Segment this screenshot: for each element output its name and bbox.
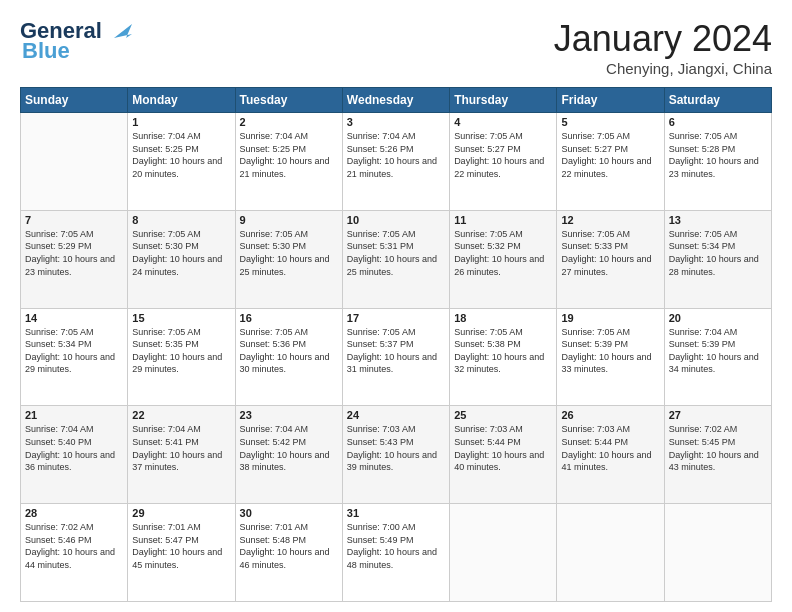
day-info: Sunrise: 7:05 AMSunset: 5:38 PMDaylight:…: [454, 326, 552, 376]
table-row: 1Sunrise: 7:04 AMSunset: 5:25 PMDaylight…: [128, 113, 235, 211]
day-number: 20: [669, 312, 767, 324]
page: General Blue January 2024 Chenying, Jian…: [0, 0, 792, 612]
table-row: 11Sunrise: 7:05 AMSunset: 5:32 PMDayligh…: [450, 210, 557, 308]
day-number: 13: [669, 214, 767, 226]
table-row: 6Sunrise: 7:05 AMSunset: 5:28 PMDaylight…: [664, 113, 771, 211]
table-row: 25Sunrise: 7:03 AMSunset: 5:44 PMDayligh…: [450, 406, 557, 504]
day-number: 9: [240, 214, 338, 226]
day-number: 11: [454, 214, 552, 226]
day-number: 26: [561, 409, 659, 421]
day-number: 16: [240, 312, 338, 324]
day-number: 31: [347, 507, 445, 519]
table-row: [557, 504, 664, 602]
day-number: 4: [454, 116, 552, 128]
day-number: 25: [454, 409, 552, 421]
table-row: 7Sunrise: 7:05 AMSunset: 5:29 PMDaylight…: [21, 210, 128, 308]
table-row: 13Sunrise: 7:05 AMSunset: 5:34 PMDayligh…: [664, 210, 771, 308]
day-number: 29: [132, 507, 230, 519]
table-row: 9Sunrise: 7:05 AMSunset: 5:30 PMDaylight…: [235, 210, 342, 308]
day-info: Sunrise: 7:04 AMSunset: 5:25 PMDaylight:…: [132, 130, 230, 180]
day-info: Sunrise: 7:05 AMSunset: 5:27 PMDaylight:…: [561, 130, 659, 180]
day-number: 19: [561, 312, 659, 324]
day-info: Sunrise: 7:05 AMSunset: 5:33 PMDaylight:…: [561, 228, 659, 278]
col-saturday: Saturday: [664, 88, 771, 113]
col-monday: Monday: [128, 88, 235, 113]
table-row: 3Sunrise: 7:04 AMSunset: 5:26 PMDaylight…: [342, 113, 449, 211]
table-row: [21, 113, 128, 211]
col-tuesday: Tuesday: [235, 88, 342, 113]
table-row: 12Sunrise: 7:05 AMSunset: 5:33 PMDayligh…: [557, 210, 664, 308]
day-number: 30: [240, 507, 338, 519]
calendar-header-row: Sunday Monday Tuesday Wednesday Thursday…: [21, 88, 772, 113]
day-number: 5: [561, 116, 659, 128]
col-thursday: Thursday: [450, 88, 557, 113]
logo-bird-icon: [104, 20, 132, 42]
day-number: 3: [347, 116, 445, 128]
table-row: 5Sunrise: 7:05 AMSunset: 5:27 PMDaylight…: [557, 113, 664, 211]
location: Chenying, Jiangxi, China: [554, 60, 772, 77]
day-info: Sunrise: 7:05 AMSunset: 5:31 PMDaylight:…: [347, 228, 445, 278]
table-row: 15Sunrise: 7:05 AMSunset: 5:35 PMDayligh…: [128, 308, 235, 406]
day-number: 27: [669, 409, 767, 421]
table-row: 2Sunrise: 7:04 AMSunset: 5:25 PMDaylight…: [235, 113, 342, 211]
table-row: 8Sunrise: 7:05 AMSunset: 5:30 PMDaylight…: [128, 210, 235, 308]
day-info: Sunrise: 7:05 AMSunset: 5:34 PMDaylight:…: [25, 326, 123, 376]
table-row: 14Sunrise: 7:05 AMSunset: 5:34 PMDayligh…: [21, 308, 128, 406]
calendar-week-row: 14Sunrise: 7:05 AMSunset: 5:34 PMDayligh…: [21, 308, 772, 406]
day-number: 15: [132, 312, 230, 324]
col-wednesday: Wednesday: [342, 88, 449, 113]
logo-blue: Blue: [22, 38, 70, 64]
header: General Blue January 2024 Chenying, Jian…: [20, 18, 772, 77]
calendar-table: Sunday Monday Tuesday Wednesday Thursday…: [20, 87, 772, 602]
day-info: Sunrise: 7:05 AMSunset: 5:32 PMDaylight:…: [454, 228, 552, 278]
day-info: Sunrise: 7:02 AMSunset: 5:46 PMDaylight:…: [25, 521, 123, 571]
day-info: Sunrise: 7:05 AMSunset: 5:28 PMDaylight:…: [669, 130, 767, 180]
day-number: 12: [561, 214, 659, 226]
day-info: Sunrise: 7:05 AMSunset: 5:35 PMDaylight:…: [132, 326, 230, 376]
day-info: Sunrise: 7:00 AMSunset: 5:49 PMDaylight:…: [347, 521, 445, 571]
table-row: [450, 504, 557, 602]
day-number: 23: [240, 409, 338, 421]
day-number: 8: [132, 214, 230, 226]
day-info: Sunrise: 7:04 AMSunset: 5:40 PMDaylight:…: [25, 423, 123, 473]
day-info: Sunrise: 7:02 AMSunset: 5:45 PMDaylight:…: [669, 423, 767, 473]
day-info: Sunrise: 7:05 AMSunset: 5:34 PMDaylight:…: [669, 228, 767, 278]
month-title: January 2024: [554, 18, 772, 60]
table-row: 18Sunrise: 7:05 AMSunset: 5:38 PMDayligh…: [450, 308, 557, 406]
svg-marker-0: [114, 24, 132, 38]
table-row: 21Sunrise: 7:04 AMSunset: 5:40 PMDayligh…: [21, 406, 128, 504]
calendar-week-row: 1Sunrise: 7:04 AMSunset: 5:25 PMDaylight…: [21, 113, 772, 211]
day-info: Sunrise: 7:05 AMSunset: 5:27 PMDaylight:…: [454, 130, 552, 180]
col-friday: Friday: [557, 88, 664, 113]
table-row: [664, 504, 771, 602]
day-number: 6: [669, 116, 767, 128]
table-row: 16Sunrise: 7:05 AMSunset: 5:36 PMDayligh…: [235, 308, 342, 406]
table-row: 19Sunrise: 7:05 AMSunset: 5:39 PMDayligh…: [557, 308, 664, 406]
day-number: 10: [347, 214, 445, 226]
day-number: 1: [132, 116, 230, 128]
day-number: 18: [454, 312, 552, 324]
day-info: Sunrise: 7:04 AMSunset: 5:25 PMDaylight:…: [240, 130, 338, 180]
day-info: Sunrise: 7:05 AMSunset: 5:36 PMDaylight:…: [240, 326, 338, 376]
title-block: January 2024 Chenying, Jiangxi, China: [554, 18, 772, 77]
table-row: 26Sunrise: 7:03 AMSunset: 5:44 PMDayligh…: [557, 406, 664, 504]
day-number: 28: [25, 507, 123, 519]
day-info: Sunrise: 7:01 AMSunset: 5:47 PMDaylight:…: [132, 521, 230, 571]
table-row: 24Sunrise: 7:03 AMSunset: 5:43 PMDayligh…: [342, 406, 449, 504]
table-row: 20Sunrise: 7:04 AMSunset: 5:39 PMDayligh…: [664, 308, 771, 406]
day-info: Sunrise: 7:05 AMSunset: 5:39 PMDaylight:…: [561, 326, 659, 376]
calendar-week-row: 21Sunrise: 7:04 AMSunset: 5:40 PMDayligh…: [21, 406, 772, 504]
day-info: Sunrise: 7:03 AMSunset: 5:44 PMDaylight:…: [561, 423, 659, 473]
table-row: 22Sunrise: 7:04 AMSunset: 5:41 PMDayligh…: [128, 406, 235, 504]
day-number: 21: [25, 409, 123, 421]
day-info: Sunrise: 7:04 AMSunset: 5:41 PMDaylight:…: [132, 423, 230, 473]
table-row: 23Sunrise: 7:04 AMSunset: 5:42 PMDayligh…: [235, 406, 342, 504]
day-info: Sunrise: 7:05 AMSunset: 5:29 PMDaylight:…: [25, 228, 123, 278]
col-sunday: Sunday: [21, 88, 128, 113]
day-info: Sunrise: 7:04 AMSunset: 5:26 PMDaylight:…: [347, 130, 445, 180]
logo: General Blue: [20, 18, 132, 64]
day-number: 24: [347, 409, 445, 421]
day-number: 17: [347, 312, 445, 324]
day-info: Sunrise: 7:03 AMSunset: 5:44 PMDaylight:…: [454, 423, 552, 473]
day-info: Sunrise: 7:01 AMSunset: 5:48 PMDaylight:…: [240, 521, 338, 571]
